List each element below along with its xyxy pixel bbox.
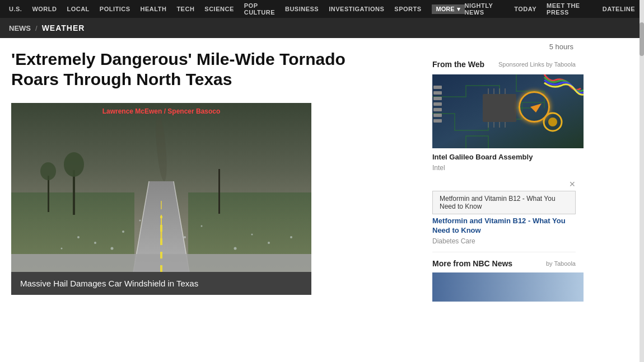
svg-point-11 — [64, 152, 84, 177]
more-from-image — [432, 272, 584, 302]
svg-rect-35 — [433, 114, 442, 117]
ad-source2: Diabetes Care — [432, 237, 576, 245]
svg-point-23 — [77, 236, 80, 238]
sponsored-links-label: Sponsored Links by Taboola — [498, 61, 576, 68]
sidebar: 5 hours From the Web Sponsored Links by … — [426, 38, 582, 306]
svg-rect-32 — [433, 97, 442, 100]
svg-point-24 — [268, 242, 270, 244]
svg-point-21 — [234, 247, 237, 250]
more-from-taboola-label: by Taboola — [546, 260, 576, 267]
article-image-container: Lawrence McEwen / Spencer Basoco Massive… — [11, 103, 311, 295]
nav-dateline[interactable]: DATELINE — [603, 6, 635, 12]
ad-circuit-svg — [432, 74, 584, 148]
top-nav-right: NIGHTLY NEWS TODAY MEET THE PRESS DATELI… — [465, 2, 635, 16]
nav-us[interactable]: U.S. — [9, 6, 22, 12]
ad-source: Intel — [432, 164, 576, 172]
svg-rect-37 — [483, 94, 516, 122]
nav-health[interactable]: HEALTH — [141, 6, 167, 12]
svg-rect-27 — [11, 254, 311, 272]
scrollbar-track[interactable] — [640, 0, 644, 306]
svg-point-48 — [548, 117, 557, 126]
nav-tech[interactable]: TECH — [176, 6, 194, 12]
from-web-title: From the Web — [432, 60, 484, 69]
breadcrumb-weather: WEATHER — [42, 23, 85, 32]
top-nav-left: U.S. WORLD LOCAL POLITICS HEALTH TECH SC… — [9, 2, 465, 16]
nav-local[interactable]: LOCAL — [67, 6, 89, 12]
svg-point-26 — [290, 236, 292, 238]
more-from-title: More from NBC News — [432, 259, 512, 268]
image-credit: Lawrence McEwen / Spencer Basoco — [11, 107, 311, 115]
svg-rect-12 — [48, 176, 49, 212]
more-button[interactable]: MORE ▾ — [432, 4, 465, 14]
svg-point-18 — [184, 236, 186, 238]
article-image: Lawrence McEwen / Spencer Basoco — [11, 103, 311, 272]
ad-close-button[interactable]: ✕ — [432, 180, 576, 189]
nav-nightly-news[interactable]: NIGHTLY NEWS — [465, 2, 505, 16]
ad-metformin-link[interactable]: Metformin and Vitamin B12 - What You Nee… — [432, 217, 576, 236]
nav-meet-the-press[interactable]: MEET THE PRESS — [547, 2, 592, 16]
sidebar-divider — [432, 252, 576, 252]
article-image-svg — [11, 103, 311, 272]
breadcrumb-separator: / — [35, 24, 38, 32]
article-title: 'Extremely Dangerous' Mile-Wide Tornado … — [11, 49, 370, 90]
nav-investigations[interactable]: INVESTIGATIONS — [329, 6, 384, 12]
top-navigation: U.S. WORLD LOCAL POLITICS HEALTH TECH SC… — [0, 0, 644, 18]
ad-metformin-button[interactable]: Metformin and Vitamin B12 - What You Nee… — [432, 191, 576, 214]
more-from-header: More from NBC News by Taboola — [432, 259, 576, 268]
from-web-header: From the Web Sponsored Links by Taboola — [432, 60, 576, 69]
svg-point-17 — [111, 247, 114, 250]
svg-point-22 — [251, 234, 253, 236]
close-icon: ✕ — [569, 180, 576, 189]
svg-point-19 — [201, 225, 203, 227]
nav-pop-culture[interactable]: POP CULTURE — [244, 2, 275, 16]
svg-rect-49 — [432, 272, 584, 302]
nav-politics[interactable]: POLITICS — [100, 6, 130, 12]
svg-rect-34 — [433, 108, 442, 111]
svg-point-20 — [94, 242, 96, 244]
svg-point-16 — [139, 220, 141, 222]
ad-image-block — [432, 74, 584, 148]
svg-rect-30 — [433, 86, 442, 89]
nav-sports[interactable]: SPORTS — [394, 6, 421, 12]
svg-rect-14 — [218, 169, 220, 214]
breadcrumb-bar: NEWS / WEATHER — [0, 18, 644, 38]
svg-rect-31 — [433, 91, 442, 95]
svg-rect-33 — [433, 102, 442, 106]
nav-science[interactable]: SCIENCE — [204, 6, 234, 12]
svg-rect-36 — [433, 119, 442, 123]
page-wrapper: 'Extremely Dangerous' Mile-Wide Tornado … — [0, 38, 644, 306]
svg-point-15 — [122, 231, 124, 233]
ad-title: Intel Galileo Board Assembly — [432, 153, 576, 162]
chevron-down-icon: ▾ — [457, 6, 460, 13]
more-from-image-svg — [432, 272, 584, 302]
nav-business[interactable]: BUSINESS — [285, 6, 319, 12]
svg-marker-46 — [530, 104, 542, 112]
breadcrumb-news-link[interactable]: NEWS — [9, 24, 31, 32]
svg-point-25 — [61, 248, 63, 250]
nav-world[interactable]: WORLD — [32, 6, 57, 12]
scrollbar-thumb[interactable] — [640, 22, 644, 56]
image-caption-bar: Massive Hail Damages Car Windshield in T… — [11, 272, 311, 295]
nav-today[interactable]: TODAY — [514, 6, 536, 12]
main-content: 'Extremely Dangerous' Mile-Wide Tornado … — [0, 38, 426, 306]
svg-point-13 — [40, 162, 56, 180]
timestamp: 5 hours — [432, 43, 576, 51]
